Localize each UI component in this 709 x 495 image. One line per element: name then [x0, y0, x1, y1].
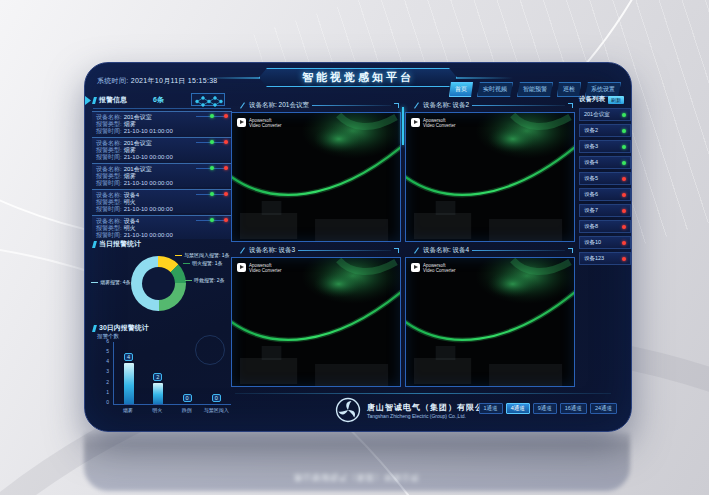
device-value: 201会议室 [124, 114, 152, 121]
company-name-cn: 唐山智诚电气（集团）有限公司 [367, 402, 493, 413]
bar [153, 383, 163, 404]
video-panel-1[interactable]: 设备名称: 201会议室 ApowersoftVideo Converter [231, 99, 401, 242]
bar-column: 0 [173, 342, 201, 404]
alarm-card[interactable]: 设备名称:设备4 报警类型:明火 报警时间:21-10-10 00:00:00 [92, 189, 232, 213]
time-label: 报警时间: [96, 232, 122, 239]
device-row[interactable]: 设备123 [579, 252, 631, 265]
video-feed[interactable]: ApowersoftVideo Converter [405, 257, 575, 387]
time-value: 21-10-10 00:00:00 [124, 206, 173, 213]
video-panel-2[interactable]: 设备名称: 设备2 ApowersoftVideo Converter [405, 99, 575, 242]
bar-value: 4 [124, 353, 133, 361]
status-dot [622, 113, 626, 117]
tab-home[interactable]: 首页 [449, 82, 473, 97]
status-dot [622, 145, 626, 149]
device-list-panel: 设备列表 刷新 201会议室 设备2 设备3 设备4 设备5 设备6 设备7 设… [579, 95, 631, 415]
company-branding: 唐山智诚电气（集团）有限公司 Tangshan Zhicheng Electri… [335, 397, 493, 423]
alarm-panel: 报警信息 6条 设备名称:20 [91, 93, 233, 425]
device-list-refresh-button[interactable]: 刷新 [608, 96, 624, 104]
device-row[interactable]: 201会议室 [579, 108, 631, 121]
dashboard-screen: 系统时间: 2021年10月11日 15:15:38 智能视觉感知平台 首页 实… [84, 62, 632, 432]
status-dot [622, 129, 626, 133]
device-row[interactable]: 设备5 [579, 172, 631, 185]
watermark: ApowersoftVideo Converter [411, 118, 455, 128]
alarm-card[interactable]: 设备名称:201会议室 报警类型:烟雾 报警时间:21-10-10 00:00:… [92, 137, 232, 161]
device-row[interactable]: 设备8 [579, 220, 631, 233]
channel-24-button[interactable]: 24通道 [590, 403, 617, 414]
bar-column: 4 [115, 342, 143, 404]
type-label: 报警类型: [96, 225, 122, 232]
video-header: 设备名称: 设备3 [231, 244, 401, 257]
bar-chart-xlabels: 烟雾明火跌倒与禁区闯入 [113, 407, 231, 413]
tab-live-video[interactable]: 实时视频 [477, 82, 513, 97]
type-value: 明火 [124, 199, 136, 206]
donut-label: 明火报警: 1条 [183, 260, 223, 266]
tab-smart-alert[interactable]: 智能预警 [517, 82, 553, 97]
bar-value: 2 [153, 373, 162, 381]
alarm-card-indicator[interactable] [196, 166, 228, 171]
device-row[interactable]: 设备3 [579, 140, 631, 153]
play-icon [237, 118, 246, 127]
donut-label: 烟雾报警: 4条 [91, 279, 131, 285]
tab-label: 实时视频 [483, 86, 507, 92]
time-label: 系统时间: [97, 77, 128, 84]
channel-4-button[interactable]: 4通道 [506, 403, 530, 414]
device-label: 设备名称: [96, 114, 122, 121]
video-feed[interactable]: ApowersoftVideo Converter [231, 112, 401, 242]
green-dot-icon [210, 166, 214, 170]
bar-column: 2 [144, 342, 172, 404]
device-value: 201会议室 [124, 140, 152, 147]
alarm-list: 设备名称:201会议室 报警类型:烟雾 报警时间:21-10-10 01:00:… [92, 111, 232, 239]
time-label: 报警时间: [96, 128, 122, 135]
alarm-card-indicator[interactable] [196, 140, 228, 145]
network-nodes-icon [191, 93, 225, 106]
video-header: 设备名称: 设备4 [405, 244, 575, 257]
bar-chart-yticks: 6543210 [99, 339, 109, 405]
channel-1-button[interactable]: 1通道 [479, 403, 503, 414]
time-value: 21-10-10 01:00:00 [124, 128, 173, 135]
device-label: 设备名称: [96, 166, 122, 173]
time-value: 21-10-10 00:00:00 [124, 154, 173, 161]
green-dot-icon [210, 192, 214, 196]
device-value: 设备4 [124, 192, 139, 199]
alarm-card-indicator[interactable] [196, 192, 228, 197]
video-scene [406, 113, 574, 241]
video-header: 设备名称: 设备2 [405, 99, 575, 112]
play-icon [411, 263, 420, 272]
alarm-card-indicator[interactable] [196, 218, 228, 223]
video-panel-3[interactable]: 设备名称: 设备3 ApowersoftVideo Converter [231, 244, 401, 387]
device-row[interactable]: 设备10 [579, 236, 631, 249]
video-feed[interactable]: ApowersoftVideo Converter [405, 112, 575, 242]
device-label: 设备名称: [96, 218, 122, 225]
alarm-card-indicator[interactable] [196, 114, 228, 119]
channel-16-button[interactable]: 16通道 [560, 403, 587, 414]
donut-label: 与禁区闯入报警: 1条 [175, 252, 230, 258]
green-dot-icon [210, 140, 214, 144]
page-title: 智能视觉感知平台 [302, 70, 414, 85]
alarm-card[interactable]: 设备名称:201会议室 报警类型:烟雾 报警时间:21-10-10 00:00:… [92, 163, 232, 187]
play-icon [237, 263, 246, 272]
page-title-frame: 智能视觉感知平台 [259, 68, 457, 87]
play-icon [411, 118, 420, 127]
type-value: 明火 [124, 225, 136, 232]
device-row[interactable]: 设备7 [579, 204, 631, 217]
video-title: 设备名称: 201会议室 [249, 101, 309, 110]
bar-value: 0 [183, 394, 192, 402]
tab-inspection[interactable]: 巡检 [557, 82, 581, 97]
video-title: 设备名称: 设备3 [249, 246, 295, 255]
time-label: 报警时间: [96, 154, 122, 161]
device-row[interactable]: 设备6 [579, 188, 631, 201]
green-dot-icon [210, 114, 214, 118]
time-label: 报警时间: [96, 180, 122, 187]
channel-9-button[interactable]: 9通道 [533, 403, 557, 414]
device-row[interactable]: 设备2 [579, 124, 631, 137]
video-panel-4[interactable]: 设备名称: 设备4 ApowersoftVideo Converter [405, 244, 575, 387]
bar-chart: 4 2 0 0 [113, 342, 231, 405]
device-row[interactable]: 设备4 [579, 156, 631, 169]
red-dot-icon [224, 140, 228, 144]
monthly-stats-title: 30日内报警统计 [93, 323, 149, 333]
alarm-card[interactable]: 设备名称:设备4 报警类型:明火 报警时间:21-10-10 00:00:00 [92, 215, 232, 239]
alarm-card[interactable]: 设备名称:201会议室 报警类型:烟雾 报警时间:21-10-10 01:00:… [92, 111, 232, 135]
video-feed[interactable]: ApowersoftVideo Converter [231, 257, 401, 387]
alarm-panel-title: 报警信息 [93, 95, 127, 105]
status-dot [622, 161, 626, 165]
